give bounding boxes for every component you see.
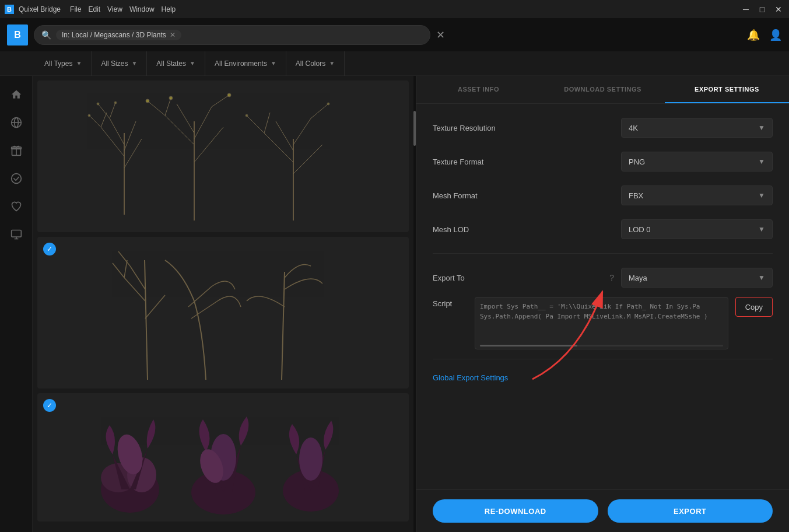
script-scrollbar-thumb[interactable] [480,345,577,346]
svg-line-15 [89,116,101,127]
svg-line-11 [101,127,124,156]
dropdown-arrow-icon: ▼ [758,191,765,200]
menu-file[interactable]: File [70,5,81,13]
texture-resolution-row: Texture Resolution 4K ▼ [433,118,773,138]
dropdown-arrow-icon: ▼ [758,225,765,233]
svg-point-61 [299,438,322,481]
sidebar-item-gift[interactable] [5,139,28,162]
svg-line-18 [110,103,115,118]
logo-button[interactable]: B [7,24,28,46]
texture-resolution-label: Texture Resolution [433,124,621,132]
app-title: Quixel Bridge [19,5,61,13]
menu-help[interactable]: Help [162,5,176,13]
sidebar-item-home[interactable] [5,83,28,106]
search-icon: 🔍 [41,30,51,40]
svg-line-49 [118,251,130,266]
search-bar[interactable]: 🔍 In: Local / Megascans / 3D Plants ✕ [34,25,430,45]
list-item[interactable]: ✓ [37,237,409,388]
copy-button[interactable]: Copy [735,297,773,317]
svg-point-19 [88,114,90,117]
svg-line-27 [148,101,165,116]
sidebar-item-globe[interactable] [5,111,28,134]
mesh-lod-label: Mesh LOD [433,225,621,234]
svg-point-6 [11,174,21,184]
dropdown-arrow-icon: ▼ [758,158,765,166]
export-to-value: Maya [629,274,647,282]
minimize-button[interactable]: ─ [740,5,752,14]
svg-line-46 [130,266,145,289]
filter-states[interactable]: All States ▼ [147,51,205,76]
filter-states-arrow: ▼ [190,60,195,66]
tab-download-settings[interactable]: DOWNLOAD SETTINGS [541,76,665,103]
texture-format-dropdown[interactable]: PNG ▼ [621,152,773,172]
section-divider [433,253,773,254]
filter-colors[interactable]: All Colors ▼ [286,51,345,76]
svg-line-39 [264,113,270,133]
svg-line-17 [98,104,110,118]
search-clear-icon[interactable]: ✕ [436,29,445,41]
search-tag-close[interactable]: ✕ [170,31,176,39]
svg-line-40 [311,104,328,118]
filter-sizes-label: All Sizes [101,60,128,68]
export-button[interactable]: EXPORT [608,499,773,523]
asset-thumbnail [37,393,409,522]
script-label: Script [433,297,468,308]
sidebar-item-heart[interactable] [5,195,28,218]
main-area: ✓ [0,76,789,532]
dropdown-arrow-icon: ▼ [758,274,765,282]
svg-line-34 [264,133,293,162]
close-button[interactable]: ✕ [773,5,784,14]
help-icon[interactable]: ? [609,273,614,282]
svg-line-28 [165,98,171,116]
svg-rect-7 [11,230,21,237]
asset-grid[interactable]: ✓ [33,76,413,532]
maximize-button[interactable]: □ [756,5,768,14]
filter-environments[interactable]: All Environments ▼ [205,51,286,76]
menu-window[interactable]: Window [129,5,155,13]
sidebar-item-check-circle[interactable] [5,167,28,190]
menu-edit[interactable]: Edit [88,5,100,13]
panel-content: Texture Resolution 4K ▼ Texture Format P… [416,104,789,489]
list-item[interactable] [37,80,409,232]
filter-types[interactable]: All Types ▼ [44,51,92,76]
notifications-icon[interactable]: 🔔 [747,29,760,41]
texture-resolution-value: 4K [629,124,638,132]
svg-line-25 [177,104,194,133]
mesh-format-dropdown[interactable]: FBX ▼ [621,186,773,205]
script-scrollbar[interactable] [480,345,723,346]
svg-line-37 [293,118,311,145]
texture-resolution-dropdown[interactable]: 4K ▼ [621,118,773,138]
filter-states-label: All States [156,60,186,68]
svg-point-20 [97,103,99,105]
redownload-button[interactable]: RE-DOWNLOAD [433,499,598,523]
mesh-lod-value: LOD 0 [629,225,651,234]
asset-thumbnail [37,237,409,388]
export-to-label: Export To [433,274,609,282]
list-item[interactable]: ✓ [37,393,409,522]
dropdown-arrow-icon: ▼ [758,124,765,132]
sidebar-item-monitor[interactable] [5,223,28,246]
svg-line-47 [113,263,124,278]
svg-line-45 [145,295,165,318]
svg-line-14 [124,121,136,150]
tab-asset-info[interactable]: ASSET INFO [416,76,541,103]
mesh-lod-dropdown[interactable]: LOD 0 ▼ [621,219,773,239]
filter-sizes[interactable]: All Sizes ▼ [92,51,147,76]
filter-types-arrow: ▼ [76,60,82,66]
profile-icon[interactable]: 👤 [769,29,782,41]
selected-badge: ✓ [43,243,56,256]
tab-export-settings[interactable]: EXPORT SETTINGS [665,76,789,103]
menu-view[interactable]: View [107,5,122,13]
titlebar: B Quixel Bridge File Edit View Window He… [0,0,789,19]
script-content: Import Sys Path__ = 'M:\\Quixe Lik If Pa… [480,302,723,321]
search-tag[interactable]: In: Local / Megascans / 3D Plants ✕ [56,30,181,40]
svg-point-42 [327,103,329,105]
filter-environments-label: All Environments [215,60,267,68]
export-to-dropdown[interactable]: Maya ▼ [621,268,773,288]
asset-thumbnail [37,80,409,232]
global-export-link[interactable]: Global Export Settings [433,373,773,382]
svg-line-35 [293,145,322,174]
texture-format-row: Texture Format PNG ▼ [433,152,773,172]
svg-line-38 [247,116,264,133]
selected-badge: ✓ [43,399,56,412]
